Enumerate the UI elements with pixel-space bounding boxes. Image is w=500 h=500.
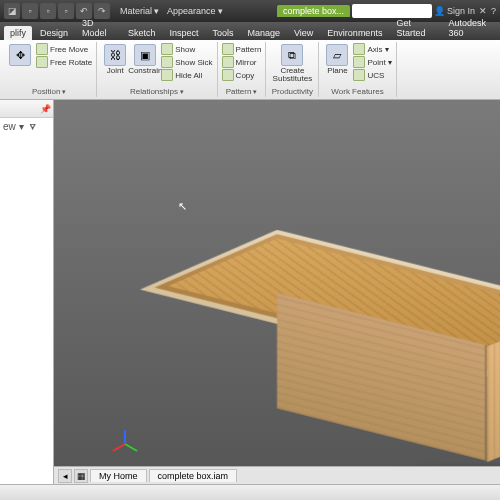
appearance-dropdown[interactable]: Appearance▾ (167, 6, 223, 16)
show-icon (161, 43, 173, 55)
close-icon[interactable]: ✕ (479, 6, 487, 16)
hide-all-button[interactable]: Hide All (161, 69, 212, 81)
free-move-icon (36, 43, 48, 55)
appearance-label: Appearance (167, 6, 216, 16)
constrain-icon: ▣ (134, 44, 156, 66)
panel-relationships: ⛓Joint ▣Constrain Show Show Sick Hide Al… (97, 42, 217, 97)
show-button[interactable]: Show (161, 43, 212, 55)
view-mode-dropdown[interactable]: ew ▾ (3, 121, 24, 132)
tab-tools[interactable]: Tools (206, 26, 239, 40)
panel-title-work-features: Work Features (323, 86, 391, 97)
qat-open-icon[interactable]: ▫ (40, 3, 56, 19)
ribbon: ✥ Free Move Free Rotate Position ⛓Joint … (0, 40, 500, 100)
tab-environments[interactable]: Environments (321, 26, 388, 40)
pattern-button[interactable]: Pattern (222, 43, 262, 55)
document-tabs: ◂ ▦ My Home complete box.iam (54, 466, 500, 484)
show-sick-button[interactable]: Show Sick (161, 56, 212, 68)
constrain-button[interactable]: ▣Constrain (131, 42, 159, 75)
tab-sketch[interactable]: Sketch (122, 26, 162, 40)
tab-list-icon[interactable]: ▦ (74, 469, 88, 483)
tab-3d-model[interactable]: 3D Model (76, 16, 120, 40)
material-dropdown[interactable]: Material▾ (120, 6, 159, 16)
show-sick-icon (161, 56, 173, 68)
create-subs-button[interactable]: ⧉Create Substitutes (270, 42, 314, 83)
axis-button[interactable]: Axis ▾ (353, 43, 391, 55)
panel-productivity: ⧉Create Substitutes Productivity (266, 42, 319, 97)
app-menu-button[interactable]: ◪ (4, 3, 20, 19)
user-icon: 👤 (434, 6, 445, 16)
tab-manage[interactable]: Manage (241, 26, 286, 40)
file-tab-home[interactable]: My Home (90, 469, 147, 482)
tab-active[interactable]: plify (4, 26, 32, 40)
mirror-icon (222, 56, 234, 68)
axis-z-icon (124, 430, 126, 444)
status-bar (0, 484, 500, 500)
move-button[interactable]: ✥ (6, 42, 34, 66)
cursor-icon: ↖ (178, 200, 187, 213)
copy-button[interactable]: Copy (222, 69, 262, 81)
material-label: Material (120, 6, 152, 16)
point-button[interactable]: Point ▾ (353, 56, 391, 68)
tab-inspect[interactable]: Inspect (163, 26, 204, 40)
plane-icon: ▱ (326, 44, 348, 66)
copy-icon (222, 69, 234, 81)
axis-y-icon (125, 443, 138, 452)
panel-title-productivity: Productivity (270, 86, 314, 97)
joint-button[interactable]: ⛓Joint (101, 42, 129, 75)
qat-new-icon[interactable]: ▫ (22, 3, 38, 19)
joint-icon: ⛓ (104, 44, 126, 66)
panel-pattern: Pattern Mirror Copy Pattern (218, 42, 267, 97)
panel-title-pattern[interactable]: Pattern (226, 87, 258, 96)
file-tab-document[interactable]: complete box.iam (149, 469, 238, 482)
panel-position: ✥ Free Move Free Rotate Position (2, 42, 97, 97)
tab-get-started[interactable]: Get Started (390, 16, 440, 40)
viewport[interactable]: ↖ (54, 100, 500, 484)
ribbon-tabs: plify Design 3D Model Sketch Inspect Too… (0, 22, 500, 40)
qat-save-icon[interactable]: ▫ (58, 3, 74, 19)
content-area: 📌 ew ▾ ⛛ ↖ (0, 100, 500, 484)
free-rotate-button[interactable]: Free Rotate (36, 56, 92, 68)
sign-in-button[interactable]: 👤Sign In (434, 6, 475, 16)
browser-sidebar: 📌 ew ▾ ⛛ (0, 100, 54, 484)
pattern-icon (222, 43, 234, 55)
plane-button[interactable]: ▱Plane (323, 42, 351, 75)
tab-view[interactable]: View (288, 26, 319, 40)
move-icon: ✥ (9, 44, 31, 66)
ucs-icon (353, 69, 365, 81)
panel-title-position[interactable]: Position (32, 87, 66, 96)
panel-title-relationships[interactable]: Relationships (130, 87, 184, 96)
mirror-button[interactable]: Mirror (222, 56, 262, 68)
tab-design[interactable]: Design (34, 26, 74, 40)
document-tab[interactable]: complete box... (277, 5, 350, 17)
sidebar-header: 📌 (0, 100, 53, 118)
ucs-button[interactable]: UCS (353, 69, 391, 81)
hide-all-icon (161, 69, 173, 81)
axis-icon (353, 43, 365, 55)
create-subs-icon: ⧉ (281, 44, 303, 66)
help-icon[interactable]: ? (491, 6, 496, 16)
free-rotate-icon (36, 56, 48, 68)
tab-prev-icon[interactable]: ◂ (58, 469, 72, 483)
free-move-button[interactable]: Free Move (36, 43, 92, 55)
view-triad[interactable] (110, 430, 140, 460)
filter-icon[interactable]: ⛛ (28, 121, 38, 132)
point-icon (353, 56, 365, 68)
tab-autodesk-360[interactable]: Autodesk 360 (442, 16, 500, 40)
sidebar-pin-icon[interactable]: 📌 (40, 104, 51, 114)
panel-work-features: ▱Plane Axis ▾ Point ▾ UCS Work Features (319, 42, 396, 97)
